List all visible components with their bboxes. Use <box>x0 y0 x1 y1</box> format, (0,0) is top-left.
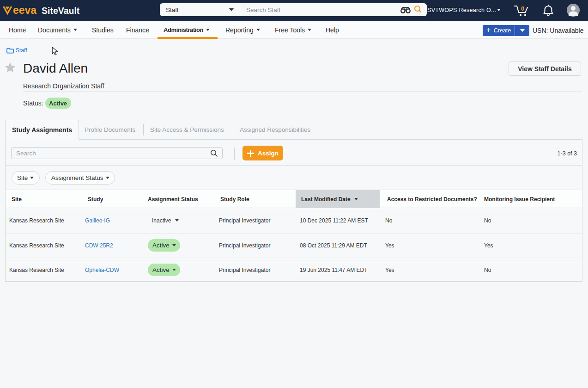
svg-text:eeva: eeva <box>13 4 36 16</box>
svg-text:SiteVault: SiteVault <box>42 6 80 16</box>
